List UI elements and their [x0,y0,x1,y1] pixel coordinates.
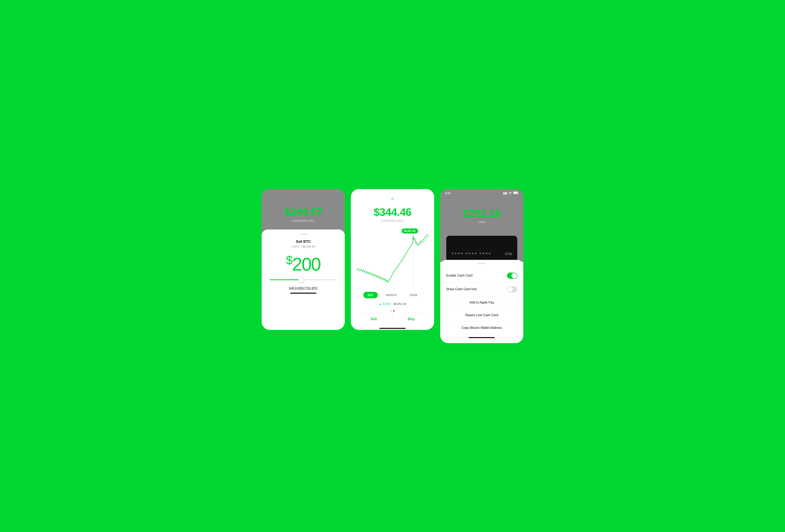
cash-card: ●●●● ●●●● ●●●● 6794 [446,236,517,262]
status-bar: 9:43 ▮▮▮ [440,189,523,196]
bitcoin-chart-screen: ⌃ $344.46 0.05026901 BTC $6,637.92 DAY M… [351,189,434,330]
sell-amount-display: $200 [268,254,339,273]
chevron-up-icon[interactable]: ⌃ [268,197,339,204]
show-cash-card-info-row: Show Cash Card Info [440,283,523,296]
cash-card-screen: 9:43 ▮▮▮ ⌃ $202.16 [440,189,523,343]
svg-rect-3 [513,192,517,194]
dot-2 [393,310,395,312]
stats-price: $6,852.38 [394,302,406,305]
dot-1 [390,310,392,312]
home-indicator [290,293,316,294]
cash-bottom-sheet: Enable Cash Card Show Cash Card Info Add… [440,260,523,343]
time-selector: DAY MONTH YEAR [351,289,434,301]
chart-btc-amount: 0.05026901 BTC [357,219,428,222]
status-time: 9:43 [445,192,451,195]
sell-top-section: ⌃ $344.57 0.05026901 BTC [262,189,345,235]
status-bar-right: ▮▮▮ [503,191,518,195]
btc-amount-display: 0.05026901 BTC [268,219,339,222]
btc-price-display: $344.57 [268,206,339,218]
chart-bottom-actions: Sell Buy [355,313,430,325]
cash-balance: $202.16 [446,207,517,220]
card-section: ●●●● ●●●● ●●●● 6794 [440,236,523,262]
time-year-button[interactable]: YEAR [405,292,422,298]
stats-change: ▲ 5.01% [379,302,390,305]
enable-cash-card-label: Enable Cash Card [446,274,473,277]
cash-sheet-handle [478,263,486,264]
sell-amount-value: 200 [292,254,321,274]
slider-track [270,280,337,280]
sell-button[interactable]: Sell [355,313,392,325]
chart-svg [355,227,430,287]
wifi-icon [508,191,512,195]
sheet-handle [299,234,307,235]
time-month-button[interactable]: MONTH [382,292,401,298]
chart-tooltip: $6,637.92 [402,229,418,234]
slider-thumb[interactable] [299,277,304,283]
sell-btc-amount[interactable]: Sell 0.02917791 BTC [289,286,318,290]
svg-rect-2 [518,192,518,193]
chart-btc-price: $344.46 [357,206,428,218]
screens-container: ⌃ $344.57 0.05026901 BTC Sell BTC 1 BTC … [262,189,523,343]
cash-home-indicator [469,337,495,338]
card-dot-group-2: ●●●● [465,250,477,256]
add-to-apple-pay-label: Add to Apple Pay [470,301,494,304]
card-last4: 6794 [505,252,512,256]
cash-chevron-up-icon[interactable]: ⌃ [446,198,517,205]
show-cash-card-info-label: Show Cash Card Info [446,287,477,291]
enable-cash-card-toggle[interactable] [507,272,517,279]
stats-row: ▲ 5.01% $6,852.38 [351,301,434,309]
cash-top-section: ⌃ $202.16 CASH [440,196,523,236]
sell-rate: 1 BTC = $6,854.50 [268,245,339,248]
card-dot-group-1: ●●●● [451,250,463,256]
chart-top-section: ⌃ $344.46 0.05026901 BTC [351,189,434,224]
signal-icon: ▮▮▮ [503,192,507,195]
battery-icon [513,191,518,195]
cash-label: CASH [446,220,517,224]
card-dot-group-3: ●●●● [479,250,491,256]
chart-chevron-up-icon[interactable]: ⌃ [357,197,428,204]
bitcoin-chart: $6,637.92 [355,227,430,287]
copy-bitcoin-address-label: Copy Bitcoin Wallet Address [461,326,502,329]
time-day-button[interactable]: DAY [363,292,378,298]
sell-bottom-sheet: Sell BTC 1 BTC = $6,854.50 $200 Sell 0.0… [262,230,345,303]
copy-bitcoin-address-row[interactable]: Copy Bitcoin Wallet Address [440,322,523,334]
sell-btc-screen: ⌃ $344.57 0.05026901 BTC Sell BTC 1 BTC … [262,189,345,330]
toggle-thumb-off [507,287,513,292]
slider-fill [270,280,300,280]
add-to-apple-pay-row[interactable]: Add to Apple Pay [440,296,523,309]
enable-cash-card-row: Enable Cash Card [440,269,523,283]
toggle-thumb-on [511,273,517,278]
sell-btc-label: Sell 0.02917791 BTC [268,286,339,290]
dot-indicator [351,309,434,313]
report-lost-card-label: Report Lost Cash Card [465,313,498,317]
sell-title: Sell BTC [268,240,339,244]
card-dots: ●●●● ●●●● ●●●● [451,250,491,256]
chart-home-indicator [379,328,406,329]
dollar-sign: $ [286,254,292,267]
report-lost-card-row[interactable]: Report Lost Cash Card [440,309,523,321]
sell-slider-container[interactable] [268,280,339,280]
show-cash-card-info-toggle[interactable] [507,286,517,292]
buy-button[interactable]: Buy [393,313,430,325]
